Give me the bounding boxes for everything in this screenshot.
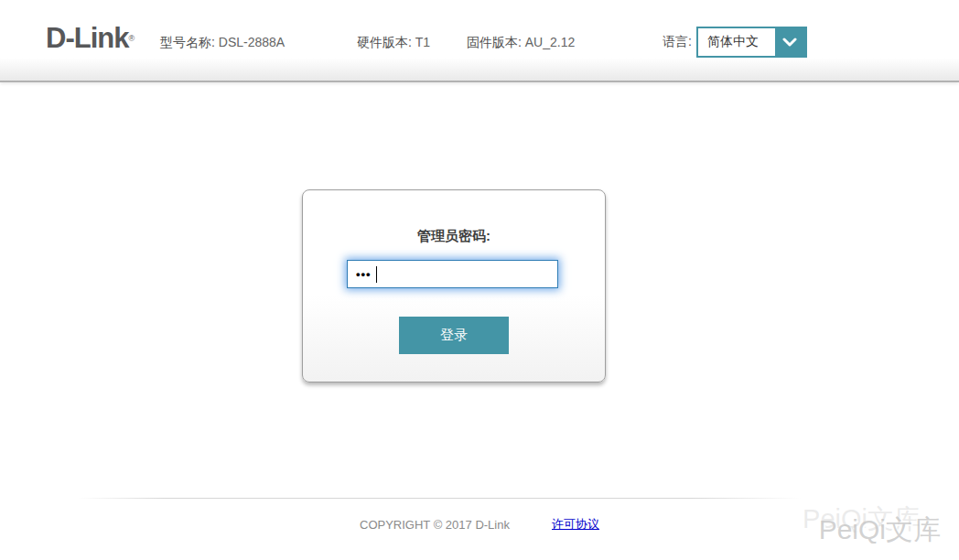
dlink-logo: D-Link® — [46, 24, 135, 53]
hardware-version-info: 硬件版本: T1 — [357, 35, 430, 51]
page: D-Link® 型号名称: DSL-2888A 硬件版本: T1 固件版本: A… — [0, 0, 959, 560]
password-label: 管理员密码: — [303, 228, 605, 245]
password-input[interactable] — [348, 261, 557, 287]
model-info: 型号名称: DSL-2888A — [160, 35, 285, 51]
firmware-version-info: 固件版本: AU_2.12 — [467, 35, 575, 51]
language-label: 语言: — [663, 34, 692, 50]
login-button[interactable]: 登录 — [399, 317, 509, 354]
login-card: 管理员密码: 登录 — [302, 189, 606, 382]
firmware-version-value: AU_2.12 — [525, 35, 575, 49]
model-label: 型号名称: — [160, 35, 215, 49]
copyright-text: COPYRIGHT © 2017 D-Link — [360, 518, 510, 532]
model-value: DSL-2888A — [219, 35, 285, 49]
chevron-down-icon[interactable] — [775, 28, 805, 56]
hardware-version-label: 硬件版本: — [357, 35, 412, 49]
language-dropdown-value[interactable]: 简体中文 — [698, 28, 775, 56]
firmware-version-label: 固件版本: — [467, 35, 522, 49]
header: D-Link® 型号名称: DSL-2888A 硬件版本: T1 固件版本: A… — [0, 0, 959, 82]
license-link[interactable]: 许可协议 — [552, 516, 599, 533]
logo-text: D-Link — [46, 22, 128, 54]
password-input-wrapper — [347, 260, 558, 288]
language-dropdown[interactable]: 简体中文 — [696, 27, 807, 58]
language-selector: 语言: 简体中文 — [663, 27, 807, 58]
text-caret — [376, 266, 377, 283]
footer-row: COPYRIGHT © 2017 D-Link 许可协议 — [0, 516, 959, 533]
hardware-version-value: T1 — [415, 35, 430, 49]
footer-divider — [78, 498, 801, 499]
registered-mark: ® — [128, 34, 135, 43]
